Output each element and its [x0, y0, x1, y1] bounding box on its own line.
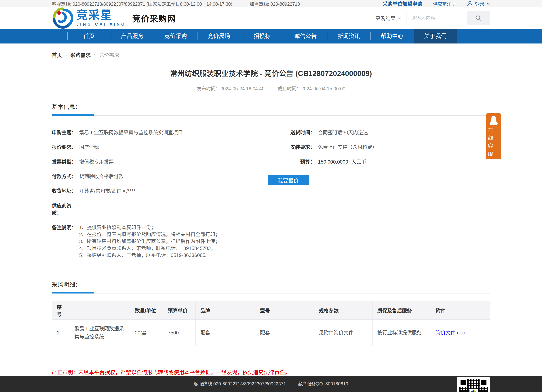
cell-warranty: 按行业标准提供服务 [373, 320, 431, 346]
qr-center-logo [470, 389, 478, 392]
supplier-register-link[interactable]: 供应商注册 [433, 0, 456, 7]
online-service-label: 在线客服 [486, 127, 493, 159]
field-budget: 预算： 150,000.0000 人民币 [268, 158, 490, 166]
col-header-spec: 规格参数 [314, 301, 373, 320]
login-button[interactable]: 登录 [467, 0, 490, 7]
attachment-link[interactable]: 询价文件.doc [436, 330, 465, 336]
breadcrumb-separator: › [65, 52, 67, 58]
section-underline [52, 292, 490, 294]
nav-item-bidding-hall[interactable]: 竞价展场 [197, 29, 241, 44]
col-header-attachment: 附件 [431, 301, 490, 320]
col-header-model: 型号 [255, 301, 314, 320]
remark-line: 5、采购经办联系人：丁老师；联系电话：0519-86336065。 [79, 252, 220, 259]
topbar: 客服热线: 020-80922713/80922307/80922371 (国家… [0, 0, 542, 7]
footer-hotline: 客服热线:020-80922713/80922307/80922371 [194, 381, 286, 386]
table-header-row: 序号 数量/单位 预算单价 品牌 型号 规格参数 质保及售后服务 附件 [52, 301, 490, 320]
search-bar: 采购结果 [371, 11, 490, 25]
field-supplier-qualification: 供应商资质： [52, 202, 268, 217]
breadcrumb-home[interactable]: 首页 [52, 51, 62, 59]
field-payment-method: 付款方式： 货到验收合格后付款 [52, 173, 268, 180]
remark-line: 2、在报价一览表内填写报价及响应情况，将相关材料全部打印； [79, 231, 220, 238]
purchaser-apply-link[interactable]: 采购单位加盟申请 [383, 0, 422, 7]
qq-penguin-icon [489, 115, 498, 125]
site-logo[interactable]: 竞采星 JING CAI XING [52, 7, 126, 29]
remark-line: 1、提供营业执照副本复印件一份； [79, 224, 220, 231]
service-hotline: 客服热线: 020-80922713/80922307/80922371 (国家… [52, 0, 232, 7]
budget-value: 150,000.0000 [318, 159, 348, 165]
nav-item-news[interactable]: 新闻资讯 [327, 29, 370, 44]
main-content: 首页 › 采购需求 › 竞价需求 常州纺织服装职业技术学院 - 竞价公告 (CB… [0, 44, 542, 376]
logo-text-cn: 竞采星 [76, 10, 126, 21]
search-category-select[interactable]: 采购结果 [371, 11, 406, 25]
main-nav: 首页 产品服务 竞价采购 竞价展场 招投标 诚信公告 新闻资讯 帮助中心 关于我… [0, 29, 542, 44]
section-underline [52, 114, 490, 116]
table-row: 1 繁易工业互联网数据采集与监控系统 20/套 7500 配套 配套 见附件询价… [52, 320, 490, 346]
deadline-value: 2024-06-04 15:00:00 [301, 86, 345, 91]
nav-item-tenders[interactable]: 招投标 [241, 29, 284, 44]
cell-index: 1 [52, 320, 70, 346]
field-invoice-type: 发票类型： 增值税专用发票 [52, 158, 268, 166]
remark-line: 3、所有响应材料均加盖报价供应商公章，扫描后作为附件上传； [79, 238, 220, 245]
basic-info-fields: 申购主题： 繁易工业互联网数据采集与监控系统实训室项目 报价要求： 国产含税 发… [52, 129, 490, 266]
search-icon [475, 15, 482, 21]
nav-item-home[interactable]: 首页 [67, 29, 111, 44]
footer-qq: 客户服务QQ: 800180619 [297, 381, 348, 386]
logo-swirl-icon [52, 7, 73, 29]
detail-section-title: 采购明细： [52, 280, 490, 288]
col-header-brand: 品牌 [195, 301, 255, 320]
nav-item-about-us[interactable]: 关于我们 [414, 29, 457, 44]
cell-name: 繁易工业互联网数据采集与监控系统 [70, 320, 130, 346]
chevron-down-icon [486, 2, 490, 5]
nav-item-help-center[interactable]: 帮助中心 [370, 29, 414, 44]
cell-spec: 见附件询价文件 [314, 320, 373, 346]
legal-statement: 严正声明：未经本平台授权，严禁以任何形式转载或使用本平台数据，一经发现，依法追究… [52, 368, 490, 376]
field-quote-requirement: 报价要求： 国产含税 [52, 144, 268, 151]
breadcrumb: 首页 › 采购需求 › 竞价需求 [52, 51, 490, 59]
publish-time-label: 发布时间： [197, 86, 220, 91]
quote-now-button[interactable]: 我要报价 [268, 175, 309, 185]
logo-text-en: JING CAI XING [76, 22, 126, 27]
site-header: 竞采星 JING CAI XING 竞价采购网 采购结果 [0, 7, 542, 29]
col-header-warranty: 质保及售后服务 [373, 301, 431, 320]
cell-unit-price: 7500 [163, 320, 195, 346]
publish-time-value: 2024-05-24 16:04:40 [220, 86, 264, 91]
field-installation-requirement: 安装要求： 免费上门安装（含材料费） [268, 144, 490, 151]
user-icon [467, 0, 473, 7]
budget-currency: 人民币 [351, 159, 366, 165]
nav-item-bidding-purchase[interactable]: 竞价采购 [154, 29, 197, 44]
field-delivery-address: 收货地址： 江苏省/常州市/武进区/**** [52, 187, 268, 195]
field-delivery-time: 送货时间： 合同签订后30天内送达 [268, 129, 490, 136]
cell-quantity: 20/套 [130, 320, 163, 346]
nav-item-integrity-notice[interactable]: 诚信公告 [284, 29, 327, 44]
cell-brand: 配套 [195, 320, 255, 346]
field-remarks: 备注说明： 1、提供营业执照副本复印件一份； 2、在报价一览表内填写报价及响应情… [52, 224, 268, 259]
footer-qr-code [457, 377, 490, 392]
search-button[interactable] [467, 11, 490, 25]
cell-model: 配套 [255, 320, 314, 346]
online-service-badge[interactable]: 在线客服 [486, 113, 501, 159]
chevron-down-icon [398, 17, 401, 19]
breadcrumb-procurement-demand[interactable]: 采购需求 [70, 51, 91, 59]
nav-item-products[interactable]: 产品服务 [111, 29, 154, 44]
field-subject: 申购主题： 繁易工业互联网数据采集与监控系统实训室项目 [52, 129, 268, 136]
col-header-quantity: 数量/单位 [130, 301, 163, 320]
basic-info-section-title: 基本信息： [52, 102, 490, 111]
join-hotline: 加盟热线: 020-80922713 [250, 0, 300, 7]
deadline-label: 截止时间： [277, 86, 301, 91]
announcement-meta: 发布时间：2024-05-24 16:04:40 截止时间：2024-06-04… [52, 85, 490, 92]
breadcrumb-separator: › [94, 52, 96, 58]
col-header-unit-price: 预算单价 [163, 301, 195, 320]
footer: 客服热线:020-80922713/80922307/80922371 客户服务… [0, 376, 542, 392]
qr-pattern [459, 379, 488, 392]
col-header-index: 序号 [52, 301, 70, 320]
remark-line: 4、项目技术负责联系人：宋老师；联系电话：13915845703； [79, 245, 220, 252]
breadcrumb-current: 竞价需求 [99, 51, 119, 59]
announcement-title: 常州纺织服装职业技术学院 - 竞价公告 (CB128072024000009) [52, 68, 490, 78]
purchase-detail-table: 序号 数量/单位 预算单价 品牌 型号 规格参数 质保及售后服务 附件 1 繁 [52, 301, 490, 346]
site-name: 竞价采购网 [132, 12, 176, 24]
search-input[interactable] [406, 11, 467, 25]
col-header-name [70, 301, 130, 320]
